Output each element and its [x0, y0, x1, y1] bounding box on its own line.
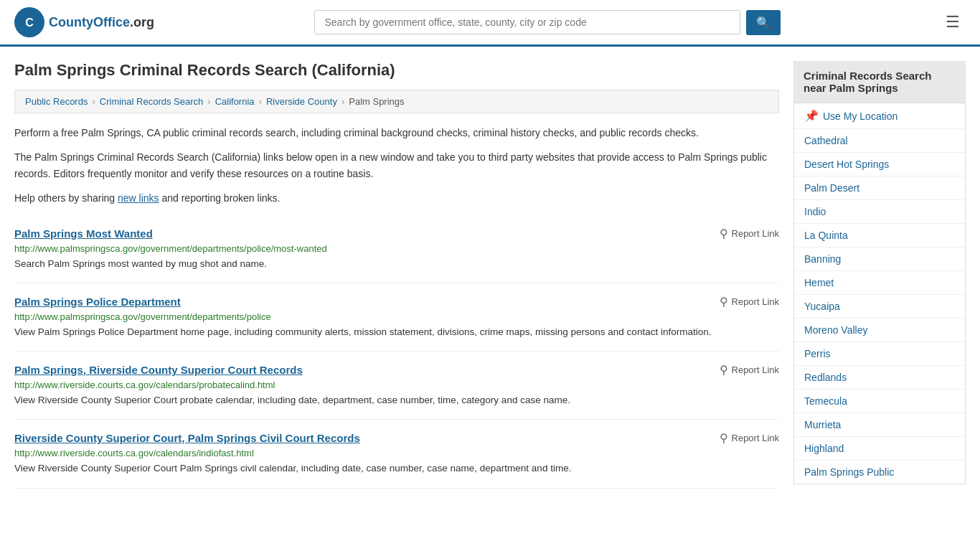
main-container: Palm Springs Criminal Records Search (Ca… — [0, 47, 980, 503]
result-item: Riverside County Superior Court, Palm Sp… — [14, 420, 779, 488]
breadcrumb-palm-springs: Palm Springs — [349, 96, 404, 107]
sidebar-item-yucaipa[interactable]: Yucaipa — [794, 295, 965, 319]
sidebar-header: Criminal Records Search near Palm Spring… — [793, 61, 966, 103]
breadcrumb-riverside[interactable]: Riverside County — [266, 96, 337, 107]
logo-icon: C — [14, 7, 44, 37]
result-item: Palm Springs Police Department ⚲ Report … — [14, 283, 779, 352]
result-item: Palm Springs, Riverside County Superior … — [14, 352, 779, 420]
sidebar-item-palm-springs-public[interactable]: Palm Springs Public — [794, 461, 965, 484]
description-3: Help others by sharing new links and rep… — [14, 190, 779, 206]
result-url-1[interactable]: http://www.palmspringsca.gov/government/… — [14, 243, 779, 254]
logo-area: C CountyOffice.org — [14, 7, 154, 37]
report-icon-2: ⚲ — [720, 295, 728, 309]
report-link-3[interactable]: ⚲ Report Link — [720, 363, 779, 377]
result-desc-1: Search Palm Springs most wanted by mug s… — [14, 257, 779, 271]
result-title-1[interactable]: Palm Springs Most Wanted — [14, 227, 153, 240]
sidebar-item-desert-hot-springs[interactable]: Desert Hot Springs — [794, 153, 965, 176]
report-link-1[interactable]: ⚲ Report Link — [720, 227, 779, 240]
use-my-location-item[interactable]: 📌 Use My Location — [794, 103, 965, 129]
search-button[interactable]: 🔍 — [746, 10, 781, 35]
menu-button[interactable]: ☰ — [940, 10, 966, 34]
result-desc-3: View Riverside County Superior Court pro… — [14, 393, 779, 408]
content-area: Palm Springs Criminal Records Search (Ca… — [14, 61, 779, 489]
hamburger-icon: ☰ — [946, 13, 960, 31]
breadcrumb-criminal-records[interactable]: Criminal Records Search — [100, 96, 204, 107]
sidebar-section: 📌 Use My Location Cathedral Desert Hot S… — [793, 103, 966, 484]
sidebar-item-murrieta[interactable]: Murrieta — [794, 413, 965, 437]
result-desc-2: View Palm Springs Police Department home… — [14, 325, 779, 339]
sidebar-item-banning[interactable]: Banning — [794, 248, 965, 271]
logo-text: CountyOffice.org — [49, 15, 154, 30]
result-title-3[interactable]: Palm Springs, Riverside County Superior … — [14, 364, 303, 376]
sidebar-item-perris[interactable]: Perris — [794, 342, 965, 366]
new-links-link[interactable]: new links — [118, 192, 159, 204]
breadcrumb-california[interactable]: California — [215, 96, 255, 107]
sidebar-item-cathedral[interactable]: Cathedral — [794, 129, 965, 153]
sidebar-item-highland[interactable]: Highland — [794, 437, 965, 461]
breadcrumb: Public Records › Criminal Records Search… — [14, 90, 779, 113]
sidebar: Criminal Records Search near Palm Spring… — [793, 61, 966, 489]
description-2: The Palm Springs Criminal Records Search… — [14, 149, 779, 182]
report-icon-3: ⚲ — [720, 363, 728, 377]
result-url-3[interactable]: http://www.riverside.courts.ca.gov/calen… — [14, 380, 779, 390]
breadcrumb-public-records[interactable]: Public Records — [25, 96, 88, 107]
sidebar-item-redlands[interactable]: Redlands — [794, 366, 965, 390]
sidebar-item-indio[interactable]: Indio — [794, 200, 965, 224]
search-icon: 🔍 — [756, 17, 771, 29]
search-input[interactable] — [314, 10, 740, 34]
svg-text:C: C — [25, 17, 34, 29]
result-title-2[interactable]: Palm Springs Police Department — [14, 296, 181, 308]
use-my-location-link[interactable]: Use My Location — [823, 110, 897, 122]
result-desc-4: View Riverside County Superior Court Pal… — [14, 461, 779, 476]
result-item: Palm Springs Most Wanted ⚲ Report Link h… — [14, 215, 779, 283]
page-title: Palm Springs Criminal Records Search (Ca… — [14, 61, 779, 80]
site-header: C CountyOffice.org 🔍 ☰ — [0, 0, 980, 47]
location-pin-icon: 📌 — [804, 109, 819, 123]
report-link-2[interactable]: ⚲ Report Link — [720, 295, 779, 309]
sidebar-item-la-quinta[interactable]: La Quinta — [794, 224, 965, 248]
search-area: 🔍 — [314, 10, 781, 35]
report-link-4[interactable]: ⚲ Report Link — [720, 431, 779, 445]
result-url-2[interactable]: http://www.palmspringsca.gov/government/… — [14, 311, 779, 322]
sidebar-item-palm-desert[interactable]: Palm Desert — [794, 176, 965, 200]
sidebar-item-moreno-valley[interactable]: Moreno Valley — [794, 319, 965, 342]
sidebar-item-hemet[interactable]: Hemet — [794, 271, 965, 295]
sidebar-item-temecula[interactable]: Temecula — [794, 390, 965, 413]
result-url-4[interactable]: http://www.riverside.courts.ca.gov/calen… — [14, 448, 779, 458]
results-list: Palm Springs Most Wanted ⚲ Report Link h… — [14, 215, 779, 489]
report-icon-4: ⚲ — [720, 431, 728, 445]
description-1: Perform a free Palm Springs, CA public c… — [14, 125, 779, 141]
result-title-4[interactable]: Riverside County Superior Court, Palm Sp… — [14, 432, 360, 444]
report-icon-1: ⚲ — [720, 227, 728, 240]
